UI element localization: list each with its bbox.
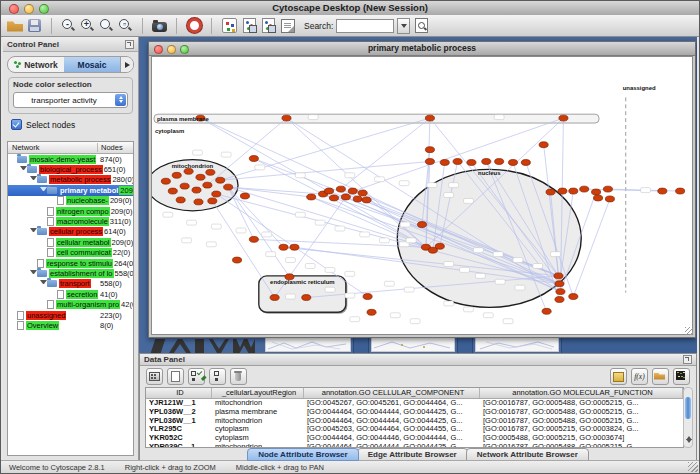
- graph-node[interactable]: [194, 199, 203, 205]
- show-attributes-icon[interactable]: [188, 368, 205, 385]
- tree-row[interactable]: mosaic-demo-yeast874(0): [8, 154, 133, 164]
- scrollbar-arrows[interactable]: [685, 431, 693, 447]
- graph-node[interactable]: [270, 295, 279, 301]
- tree-row[interactable]: secretion41(0): [8, 289, 133, 299]
- graph-node[interactable]: [495, 159, 504, 165]
- open-icon[interactable]: [7, 18, 23, 34]
- graph-node[interactable]: [362, 197, 371, 203]
- zoom-fit-icon[interactable]: ▫: [118, 18, 133, 33]
- graph-node[interactable]: [224, 184, 233, 190]
- graph-node[interactable]: [569, 294, 578, 300]
- graph-node[interactable]: [453, 159, 462, 165]
- tree-row[interactable]: cellular metabol209(0): [8, 237, 133, 247]
- graph-node[interactable]: [440, 160, 449, 166]
- expander-icon[interactable]: [30, 228, 37, 235]
- graph-node[interactable]: [336, 186, 345, 192]
- tree-row[interactable]: response to stimulu264(0): [8, 258, 133, 268]
- graph-edge[interactable]: [212, 201, 274, 298]
- export-annotation-icon[interactable]: [262, 18, 275, 33]
- graph-node[interactable]: [324, 188, 333, 194]
- matrix-icon[interactable]: [673, 368, 690, 385]
- network-window-titlebar[interactable]: primary metabolic process: [149, 42, 695, 56]
- graph-node[interactable]: [555, 281, 564, 287]
- graph-node[interactable]: [435, 243, 444, 249]
- graph-node[interactable]: [363, 294, 372, 300]
- graph-node[interactable]: [176, 197, 185, 203]
- graph-node[interactable]: [192, 187, 201, 193]
- tree-row[interactable]: transport558(0): [8, 279, 133, 289]
- graph-node[interactable]: [329, 195, 338, 201]
- tree-row[interactable]: unassigned223(0): [8, 310, 133, 320]
- table-row[interactable]: YKR052Ccytoplasm[GO:0044464, GO:0044446,…: [146, 434, 683, 443]
- tab-network[interactable]: Network: [8, 57, 64, 72]
- graph-edge[interactable]: [341, 118, 430, 189]
- graph-node[interactable]: [208, 198, 217, 204]
- graph-node[interactable]: [425, 147, 434, 153]
- float-panel-icon[interactable]: [125, 40, 134, 49]
- graph-node[interactable]: [558, 188, 567, 194]
- expander-icon[interactable]: [40, 280, 47, 287]
- graph-node[interactable]: [302, 295, 311, 301]
- column-header[interactable]: annotation.GO CELLULAR_COMPONENT: [304, 388, 480, 398]
- select-attributes-icon[interactable]: [146, 368, 163, 385]
- save-icon[interactable]: [28, 19, 41, 32]
- graph-node[interactable]: [358, 190, 367, 196]
- help-icon[interactable]: [187, 18, 202, 33]
- column-header[interactable]: _cellularLayoutRegion: [212, 388, 304, 398]
- graph-node[interactable]: [196, 174, 205, 180]
- graph-node[interactable]: [249, 156, 258, 162]
- app-resize-grip[interactable]: [688, 462, 698, 472]
- tab-mosaic[interactable]: Mosaic: [64, 57, 120, 72]
- tree-row[interactable]: establishment of lo558(0): [8, 268, 133, 278]
- graph-node[interactable]: [508, 160, 517, 166]
- graph-node[interactable]: [546, 189, 555, 195]
- graph-node[interactable]: [467, 160, 476, 166]
- expander-icon[interactable]: [30, 270, 37, 277]
- graph-node[interactable]: [542, 308, 551, 314]
- graph-node[interactable]: [367, 309, 376, 315]
- graph-node[interactable]: [559, 115, 568, 121]
- tree-column-nodes[interactable]: Nodes: [98, 143, 133, 152]
- graph-node[interactable]: [676, 188, 685, 194]
- graph-node[interactable]: [425, 115, 434, 121]
- zoom-selected-icon[interactable]: [99, 18, 114, 33]
- graph-node[interactable]: [249, 236, 258, 242]
- graph-node[interactable]: [161, 178, 170, 184]
- graph-node[interactable]: [240, 193, 249, 199]
- tree-row[interactable]: metabolic process280(0): [8, 175, 133, 185]
- graph-node[interactable]: [233, 257, 242, 263]
- graph-node[interactable]: [353, 196, 362, 202]
- graph-node[interactable]: [180, 183, 189, 189]
- zoom-in-icon[interactable]: +: [80, 18, 95, 33]
- graph-node[interactable]: [168, 188, 177, 194]
- graph-node[interactable]: [279, 244, 288, 250]
- column-header[interactable]: ID: [146, 388, 212, 398]
- tree-row[interactable]: cell communicat22(0): [8, 248, 133, 258]
- graph-node[interactable]: [206, 169, 215, 175]
- graph-node[interactable]: [554, 273, 563, 279]
- graph-node[interactable]: [172, 172, 181, 178]
- tree-row[interactable]: biological_process651(0): [8, 164, 133, 174]
- tree-column-network[interactable]: Network: [8, 143, 98, 152]
- graph-node[interactable]: [603, 186, 612, 192]
- graph-node[interactable]: [521, 160, 530, 166]
- network-window-resize-grip[interactable]: [685, 327, 693, 335]
- graph-node[interactable]: [593, 195, 602, 201]
- snapshot-icon[interactable]: [152, 22, 167, 32]
- graph-node[interactable]: [539, 142, 548, 148]
- tree-row[interactable]: nucleobase-209(0): [8, 196, 133, 206]
- graph-node[interactable]: [569, 188, 578, 194]
- tab-overflow-arrow-icon[interactable]: [120, 57, 133, 72]
- table-row[interactable]: YLR295Ccytoplasm[GO:0045263, GO:0044464,…: [146, 425, 683, 434]
- table-row[interactable]: YPL036W__2plasma membrane[GO:0044464, GO…: [146, 408, 683, 417]
- graph-node[interactable]: [216, 177, 225, 183]
- import-attributes-icon[interactable]: [652, 368, 669, 385]
- search-dropdown-arrow-icon[interactable]: [397, 18, 410, 34]
- graph-node[interactable]: [658, 188, 667, 194]
- table-row[interactable]: YPL036W__1mitochondrion[GO:0044464, GO:0…: [146, 417, 683, 426]
- graph-node[interactable]: [555, 297, 564, 303]
- table-row[interactable]: YJR121W__1mitochondrion[GO:0045267, GO:0…: [146, 399, 683, 408]
- graph-node[interactable]: [341, 194, 350, 200]
- graph-node[interactable]: [290, 244, 299, 250]
- graph-node[interactable]: [425, 159, 434, 165]
